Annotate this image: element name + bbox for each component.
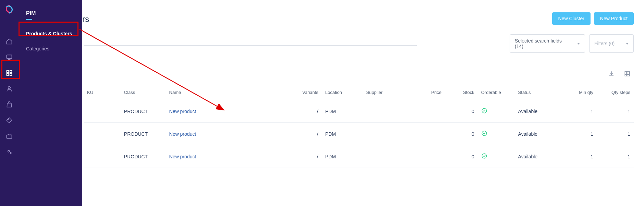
cell-stock: 0 — [445, 100, 478, 123]
grid-icon[interactable] — [624, 71, 630, 78]
table-row[interactable]: PRODUCT New product / PDM 0 Available 1 … — [84, 123, 634, 145]
cell-variants: / — [289, 123, 322, 145]
table-header-row: KU Class Name Variants Location Supplier… — [84, 85, 634, 100]
cell-variants: / — [289, 100, 322, 123]
svg-rect-8 — [7, 135, 12, 138]
products-table: KU Class Name Variants Location Supplier… — [84, 85, 634, 168]
th-location[interactable]: Location — [322, 85, 363, 100]
th-price[interactable]: Price — [412, 85, 445, 100]
monitor-icon[interactable] — [0, 49, 19, 65]
cell-supplier — [363, 123, 412, 145]
settings-icon[interactable] — [0, 144, 19, 160]
cell-stock: 0 — [445, 145, 478, 168]
dropdown-label: Filters (0) — [594, 41, 615, 46]
new-product-button[interactable]: New Product — [594, 12, 634, 25]
cell-supplier — [363, 145, 412, 168]
svg-rect-4 — [7, 74, 9, 76]
table-row[interactable]: PRODUCT New product / PDM 0 Available 1 … — [84, 145, 634, 168]
dropdown-label: Selected search fields (14) — [515, 38, 570, 49]
tag-icon[interactable] — [0, 112, 19, 128]
icon-rail — [0, 0, 19, 206]
filters-dropdown[interactable]: Filters (0) — [589, 34, 634, 53]
cell-qty-steps: 1 — [597, 100, 634, 123]
flyout-panel: PIM Products & Clusters Categories — [19, 0, 82, 206]
home-icon[interactable] — [0, 34, 19, 49]
cell-price — [412, 100, 445, 123]
cell-stock: 0 — [445, 123, 478, 145]
th-min-qty[interactable]: Min qty — [564, 85, 597, 100]
svg-point-7 — [8, 119, 9, 120]
cell-location: PDM — [322, 123, 363, 145]
cell-name[interactable]: New product — [166, 100, 289, 123]
cell-status: Available — [515, 123, 564, 145]
th-sku[interactable]: KU — [84, 85, 121, 100]
cell-qty-steps: 1 — [597, 123, 634, 145]
cell-sku — [84, 145, 121, 168]
briefcase-icon[interactable] — [0, 128, 19, 144]
th-variants[interactable]: Variants — [289, 85, 322, 100]
cell-location: PDM — [322, 145, 363, 168]
th-name[interactable]: Name — [166, 85, 289, 100]
table-row[interactable]: PRODUCT New product / PDM 0 Available 1 … — [84, 100, 634, 123]
cell-sku — [84, 100, 121, 123]
table-tools — [84, 69, 634, 85]
th-orderable[interactable]: Orderable — [478, 85, 515, 100]
search-input[interactable] — [84, 45, 417, 46]
cell-class: PRODUCT — [121, 100, 166, 123]
page-title: rs — [82, 14, 89, 24]
top-actions: New Cluster New Product — [552, 12, 634, 25]
chevron-down-icon — [626, 43, 629, 45]
flyout-title: PIM — [19, 10, 82, 19]
main-content: rs New Cluster New Product Selected sear… — [19, 0, 644, 14]
th-qty-steps[interactable]: Qty steps — [597, 85, 634, 100]
cell-min-qty: 1 — [564, 145, 597, 168]
apps-grid-icon[interactable] — [0, 65, 19, 81]
cell-class: PRODUCT — [121, 123, 166, 145]
svg-rect-5 — [10, 74, 12, 76]
th-supplier[interactable]: Supplier — [363, 85, 412, 100]
app-logo — [5, 5, 14, 14]
filter-row: Selected search fields (14) Filters (0) — [510, 34, 634, 53]
cell-min-qty: 1 — [564, 100, 597, 123]
chevron-down-icon — [577, 43, 580, 45]
shopping-bag-icon[interactable] — [0, 97, 19, 112]
flyout-item-categories[interactable]: Categories — [19, 41, 82, 56]
cell-sku — [84, 123, 121, 145]
user-icon[interactable] — [0, 81, 19, 97]
cell-price — [412, 123, 445, 145]
selected-search-fields-dropdown[interactable]: Selected search fields (14) — [510, 34, 585, 53]
cell-name[interactable]: New product — [166, 123, 289, 145]
cell-supplier — [363, 100, 412, 123]
svg-rect-13 — [625, 71, 630, 76]
svg-point-9 — [8, 150, 10, 152]
svg-point-10 — [10, 153, 11, 154]
download-icon[interactable] — [608, 71, 615, 78]
svg-rect-0 — [7, 55, 12, 58]
svg-point-19 — [482, 131, 487, 136]
cell-class: PRODUCT — [121, 145, 166, 168]
cell-variants: / — [289, 145, 322, 168]
cell-qty-steps: 1 — [597, 145, 634, 168]
table-area: KU Class Name Variants Location Supplier… — [84, 69, 634, 168]
th-stock[interactable]: Stock — [445, 85, 478, 100]
new-cluster-button[interactable]: New Cluster — [552, 12, 591, 25]
cell-status: Available — [515, 145, 564, 168]
cell-status: Available — [515, 100, 564, 123]
svg-point-20 — [482, 154, 487, 158]
svg-point-18 — [482, 108, 487, 113]
svg-point-6 — [8, 86, 11, 89]
cell-price — [412, 145, 445, 168]
svg-rect-3 — [10, 71, 12, 73]
th-class[interactable]: Class — [121, 85, 166, 100]
cell-name[interactable]: New product — [166, 145, 289, 168]
flyout-item-products-clusters[interactable]: Products & Clusters — [19, 26, 82, 41]
cell-orderable — [478, 123, 515, 145]
cell-orderable — [478, 145, 515, 168]
svg-rect-2 — [7, 71, 9, 73]
cell-location: PDM — [322, 100, 363, 123]
th-status[interactable]: Status — [515, 85, 564, 100]
cell-min-qty: 1 — [564, 123, 597, 145]
cell-orderable — [478, 100, 515, 123]
